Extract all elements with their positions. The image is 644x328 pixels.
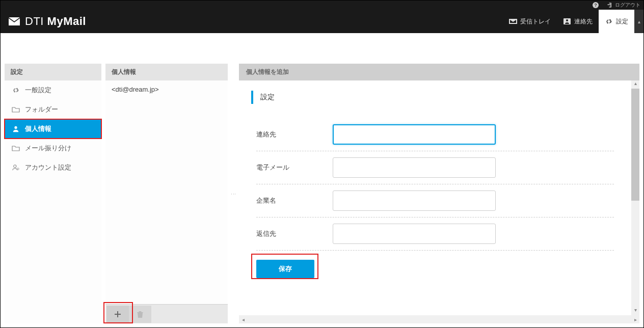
nav-contacts[interactable]: 連絡先 xyxy=(557,10,599,33)
logo: DTI MyMail xyxy=(8,15,86,28)
inbox-icon xyxy=(509,18,517,25)
identities-title: 個人情報 xyxy=(105,64,228,80)
mail-icon xyxy=(8,16,21,26)
logout-link[interactable]: ログアウト xyxy=(607,2,640,9)
svg-point-4 xyxy=(17,168,19,170)
gear-icon xyxy=(12,87,20,94)
delete-identity-button[interactable] xyxy=(129,306,151,323)
settings-item-filters[interactable]: メール振り分け xyxy=(5,139,101,158)
save-button[interactable]: 保存 xyxy=(256,260,314,278)
settings-item-label: 個人情報 xyxy=(25,124,51,133)
form-label: 連絡先 xyxy=(256,130,333,139)
add-identity-button[interactable] xyxy=(106,306,129,323)
header: DTI MyMail 受信トレイ 連絡先 設定 ▴ xyxy=(1,10,643,33)
nav-contacts-label: 連絡先 xyxy=(574,17,593,26)
nav-settings-label: 設定 xyxy=(616,17,628,26)
settings-sidebar: 設定 一般設定 フォルダー 個人情報 メール振り分け xyxy=(5,64,101,323)
logout-label: ログアウト xyxy=(615,2,640,9)
svg-point-2 xyxy=(14,126,17,129)
settings-sidebar-title: 設定 xyxy=(5,64,101,80)
person-icon xyxy=(12,125,20,132)
company-input[interactable] xyxy=(333,190,496,211)
identities-panel: 個人情報 <dti@dream.jp> xyxy=(105,64,228,323)
email-input[interactable] xyxy=(333,157,496,178)
svg-point-3 xyxy=(14,165,16,168)
identities-footer xyxy=(105,304,228,323)
folder-icon xyxy=(12,145,20,152)
main-title: 個人情報を追加 xyxy=(239,64,639,80)
nav-settings[interactable]: 設定 xyxy=(599,10,634,33)
contact-input[interactable] xyxy=(333,124,496,145)
scrollbar-thumb[interactable] xyxy=(631,89,639,201)
settings-item-identities[interactable]: 個人情報 xyxy=(5,119,101,139)
form-row-company: 企業名 xyxy=(256,184,614,217)
form-label: 電子メール xyxy=(256,163,333,172)
settings-item-account[interactable]: アカウント設定 xyxy=(5,158,101,177)
form-row-contact: 連絡先 xyxy=(256,118,614,151)
logout-icon xyxy=(607,2,613,8)
help-icon[interactable]: ? xyxy=(593,2,599,8)
main-body: 設定 連絡先 電子メール 企業名 返信先 xyxy=(239,80,631,315)
account-icon xyxy=(12,164,20,171)
settings-item-label: アカウント設定 xyxy=(25,163,71,172)
nav-inbox-label: 受信トレイ xyxy=(520,17,551,26)
main-panel: 個人情報を追加 設定 連絡先 電子メール 企業名 xyxy=(239,64,639,323)
contacts-icon xyxy=(563,18,571,25)
settings-item-folders[interactable]: フォルダー xyxy=(5,100,101,119)
form-row-replyto: 返信先 xyxy=(256,217,614,251)
settings-item-label: フォルダー xyxy=(25,105,58,114)
vertical-scrollbar[interactable]: ▴ ▾ xyxy=(631,80,639,315)
trash-icon xyxy=(137,310,144,318)
gear-icon xyxy=(605,18,613,25)
nav-chevron[interactable]: ▴ xyxy=(634,10,643,33)
identity-entry[interactable]: <dti@dream.jp> xyxy=(112,86,222,93)
form-row-email: 電子メール xyxy=(256,151,614,184)
settings-item-label: メール振り分け xyxy=(25,144,71,153)
form-label: 企業名 xyxy=(256,196,333,205)
folder-icon xyxy=(12,106,20,113)
svg-point-1 xyxy=(566,19,568,21)
section-title: 設定 xyxy=(251,91,619,104)
nav-inbox[interactable]: 受信トレイ xyxy=(503,10,557,33)
settings-item-general[interactable]: 一般設定 xyxy=(5,80,101,100)
plus-icon xyxy=(114,310,122,318)
form-label: 返信先 xyxy=(256,229,333,238)
replyto-input[interactable] xyxy=(333,224,496,244)
horizontal-scrollbar[interactable]: ◂ ▸ xyxy=(239,315,639,323)
settings-item-label: 一般設定 xyxy=(25,86,51,95)
header-nav: 受信トレイ 連絡先 設定 ▴ xyxy=(503,10,643,33)
column-splitter[interactable]: ⋮ xyxy=(232,64,235,323)
topbar: ? ログアウト xyxy=(1,1,643,10)
